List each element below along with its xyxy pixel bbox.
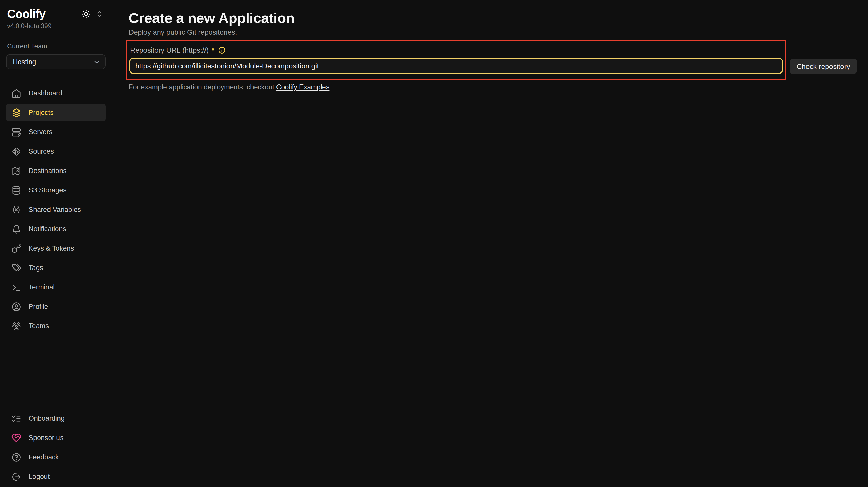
theme-sun-icon[interactable] — [81, 9, 91, 19]
page-subtitle: Deploy any public Git repositories. — [129, 29, 868, 36]
sidebar-item-projects[interactable]: Projects — [6, 104, 106, 122]
helper-text: For example application deployments, che… — [129, 83, 868, 91]
sidebar-item-teams[interactable]: Teams — [6, 317, 106, 335]
sidebar-item-label: Terminal — [29, 283, 55, 291]
sidebar-item-label: Tags — [29, 264, 43, 271]
highlighted-field-group: Repository URL (https://) * https://gith… — [126, 40, 786, 79]
chevron-down-icon — [93, 58, 101, 66]
sidebar-item-profile[interactable]: Profile — [6, 298, 106, 316]
sidebar-header-icons — [81, 9, 106, 19]
check-repository-button[interactable]: Check repository — [790, 59, 857, 74]
server-icon — [11, 127, 22, 137]
sidebar-item-label: Logout — [29, 473, 50, 480]
sidebar-item-keys-tokens[interactable]: Keys & Tokens — [6, 239, 106, 257]
repository-url-label: Repository URL (https://) — [130, 45, 209, 55]
sidebar-item-label: Sponsor us — [29, 434, 64, 442]
sidebar-item-feedback[interactable]: Feedback — [6, 448, 106, 466]
info-icon[interactable] — [218, 46, 226, 54]
sidebar-item-terminal[interactable]: Terminal — [6, 278, 106, 296]
sidebar-item-sources[interactable]: Sources — [6, 142, 106, 160]
sidebar-item-notifications[interactable]: Notifications — [6, 220, 106, 238]
coolify-examples-link[interactable]: Coolify Examples — [276, 83, 330, 91]
sidebar-item-onboarding[interactable]: Onboarding — [6, 410, 106, 427]
required-marker: * — [212, 45, 214, 55]
tags-icon — [11, 263, 22, 273]
sidebar-nav: Dashboard Projects — [6, 84, 106, 335]
repository-url-input[interactable]: https://github.com/illicitestonion/Modul… — [129, 58, 783, 74]
sidebar-header: Coolify — [6, 7, 106, 21]
checklist-icon — [11, 413, 22, 423]
layers-icon — [11, 107, 22, 118]
sidebar-item-servers[interactable]: Servers — [6, 123, 106, 141]
variable-icon — [11, 204, 22, 215]
sidebar-item-sponsor-us[interactable]: Sponsor us — [6, 429, 106, 447]
bell-icon — [11, 224, 22, 234]
heart-handshake-icon — [11, 433, 22, 443]
sidebar-item-dashboard[interactable]: Dashboard — [6, 84, 106, 102]
sidebar-item-label: Servers — [29, 128, 52, 136]
sidebar-item-label: S3 Storages — [29, 186, 67, 194]
map-icon — [11, 166, 22, 176]
chevrons-up-down-icon[interactable] — [95, 10, 103, 18]
sidebar-item-label: Sources — [29, 148, 54, 155]
sidebar-item-label: Shared Variables — [29, 206, 81, 214]
sidebar-item-label: Projects — [29, 109, 54, 117]
sidebar-item-s3-storages[interactable]: S3 Storages — [6, 181, 106, 199]
terminal-icon — [11, 282, 22, 292]
database-icon — [11, 185, 22, 195]
text-caret — [319, 62, 320, 70]
app-version: v4.0.0-beta.399 — [6, 23, 106, 30]
users-icon — [11, 321, 22, 331]
sidebar-item-label: Keys & Tokens — [29, 245, 74, 252]
help-circle-icon — [11, 452, 22, 462]
repository-form: Repository URL (https://) * https://gith… — [126, 40, 868, 79]
sidebar-item-tags[interactable]: Tags — [6, 259, 106, 277]
logout-icon — [11, 472, 22, 482]
sidebar-item-destinations[interactable]: Destinations — [6, 162, 106, 180]
sidebar-item-logout[interactable]: Logout — [6, 467, 106, 485]
team-select[interactable]: Hosting — [6, 54, 106, 69]
repository-url-label-row: Repository URL (https://) * — [129, 45, 783, 55]
sidebar-item-label: Destinations — [29, 167, 67, 174]
app-logo: Coolify — [7, 7, 45, 21]
main-content: Create a new Application Deploy any publ… — [113, 0, 868, 487]
current-team-label: Current Team — [6, 42, 106, 50]
page-title: Create a new Application — [129, 10, 868, 27]
repository-url-value: https://github.com/illicitestonion/Modul… — [135, 62, 319, 70]
sidebar-bottom-nav: Onboarding Sponsor us — [6, 410, 106, 486]
sidebar-item-label: Profile — [29, 303, 48, 311]
sidebar-item-label: Dashboard — [29, 89, 62, 97]
git-source-icon — [11, 146, 22, 157]
helper-prefix: For example application deployments, che… — [129, 83, 276, 91]
sidebar-item-shared-variables[interactable]: Shared Variables — [6, 201, 106, 219]
helper-suffix: . — [329, 83, 331, 91]
sidebar-item-label: Notifications — [29, 225, 66, 233]
home-icon — [11, 88, 22, 98]
sidebar-item-label: Onboarding — [29, 415, 65, 422]
app-window: Coolify v4.0.0-beta.399 Current Team Hos… — [0, 0, 868, 487]
sidebar-item-label: Feedback — [29, 453, 59, 461]
team-select-value: Hosting — [13, 58, 36, 66]
sidebar-item-label: Teams — [29, 322, 49, 330]
key-icon — [11, 243, 22, 254]
user-circle-icon — [11, 301, 22, 312]
sidebar: Coolify v4.0.0-beta.399 Current Team Hos… — [0, 0, 112, 487]
